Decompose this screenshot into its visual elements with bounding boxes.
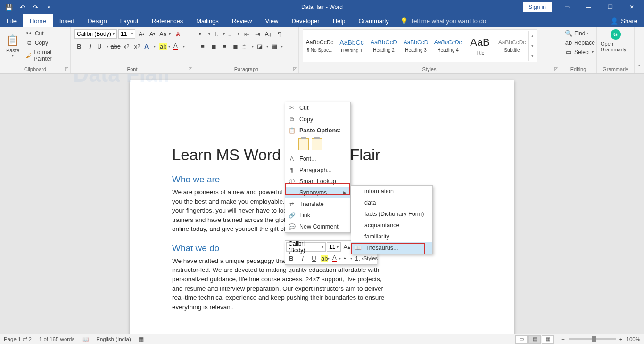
zoom-in-icon[interactable]: + [619, 336, 623, 342]
zoom-out-icon[interactable]: − [561, 336, 565, 342]
tab-mailings[interactable]: Mailings [190, 14, 225, 27]
status-words[interactable]: 1 of 165 words [39, 336, 74, 342]
gallery-scroll[interactable]: ▴▾▾ [528, 31, 536, 61]
thesaurus-item[interactable]: 📖Thesaurus... [351, 242, 432, 254]
increase-indent-icon[interactable]: ⇥ [253, 29, 262, 39]
tab-developer[interactable]: Developer [285, 14, 326, 27]
styles-gallery[interactable]: AaBbCcDc¶ No Spac...AaBbCcHeading 1AaBbC… [303, 29, 537, 62]
align-left-icon[interactable]: ≡ [198, 41, 207, 51]
tell-me-search[interactable]: 💡Tell me what you want to do [396, 14, 491, 27]
style-item[interactable]: AaBbCcDc¶ No Spac... [304, 31, 335, 61]
styles-dialog-launcher-icon[interactable]: ◸ [554, 66, 558, 71]
shrink-font-icon[interactable]: A▾ [148, 29, 157, 39]
paragraph-dialog-launcher-icon[interactable]: ◸ [293, 66, 297, 71]
font-name-combo[interactable]: Calibri (Body)▾ [74, 29, 117, 39]
cut-button[interactable]: ✂Cut [25, 29, 66, 37]
mini-numbering-icon[interactable]: 1. ▾ [354, 253, 364, 263]
highlight-icon[interactable]: ab▾ [158, 41, 171, 51]
tab-view[interactable]: View [258, 14, 285, 27]
zoom-slider[interactable] [569, 338, 616, 340]
synonym-item[interactable]: information [351, 186, 432, 197]
undo-icon[interactable]: ↶ [16, 1, 28, 13]
mini-highlight-icon[interactable]: ab▾ [320, 253, 330, 263]
align-center-icon[interactable]: ≣ [209, 41, 218, 51]
underline-icon[interactable]: U ▾ [96, 41, 109, 51]
italic-icon[interactable]: I [85, 41, 95, 51]
grow-font-icon[interactable]: A▴ [137, 29, 146, 39]
style-item[interactable]: AaBbCcHeading 1 [336, 31, 367, 61]
ctx-paragraph[interactable]: ¶Paragraph... [285, 164, 350, 176]
text-effects-icon[interactable]: A▾ [143, 41, 157, 51]
clipboard-dialog-launcher-icon[interactable]: ◸ [65, 66, 68, 71]
ribbon-options-icon[interactable]: ▭ [556, 0, 577, 14]
share-button[interactable]: 👤Share [604, 14, 644, 27]
font-size-combo[interactable]: 11▾ [118, 29, 135, 39]
style-item[interactable]: AaBTitle [464, 31, 495, 61]
save-icon[interactable]: 💾 [3, 1, 15, 13]
line-spacing-icon[interactable]: ‡ ▾ [241, 41, 255, 51]
ctx-copy[interactable]: ⧉Copy [285, 114, 350, 125]
paste-keep-source-icon[interactable] [298, 138, 309, 150]
redo-icon[interactable]: ↷ [29, 1, 41, 13]
font-color-icon[interactable]: A▾ [173, 41, 186, 51]
tab-help[interactable]: Help [326, 14, 352, 27]
synonym-item[interactable]: acquaintance [351, 220, 432, 231]
format-painter-button[interactable]: 🖌Format Painter [25, 49, 66, 63]
ctx-smart-lookup[interactable]: ⓘSmart Lookup [285, 176, 350, 187]
zoom-level[interactable]: 100% [627, 336, 640, 342]
mini-styles-button[interactable]: Styles [365, 253, 376, 263]
numbering-icon[interactable]: 1. ▾ [213, 29, 226, 39]
tab-layout[interactable]: Layout [114, 14, 145, 27]
style-item[interactable]: AaBbCcDHeading 2 [368, 31, 399, 61]
read-mode-icon[interactable]: ▭ [515, 335, 528, 344]
font-dialog-launcher-icon[interactable]: ◸ [189, 66, 192, 71]
sort-icon[interactable]: A↓ [264, 29, 273, 39]
tab-grammarly[interactable]: Grammarly [352, 14, 395, 27]
ctx-link[interactable]: 🔗Link [285, 210, 350, 221]
ctx-font[interactable]: AFont... [285, 153, 350, 164]
bullets-icon[interactable]: • ▾ [198, 29, 211, 39]
mini-bold-icon[interactable]: B [286, 253, 297, 263]
mini-bullets-icon[interactable]: • ▾ [343, 253, 353, 263]
decrease-indent-icon[interactable]: ⇤ [242, 29, 251, 39]
close-icon[interactable]: ✕ [621, 0, 642, 14]
select-button[interactable]: ▭Select▾ [564, 48, 596, 56]
style-item[interactable]: AaBbCcDcHeading 4 [432, 31, 463, 61]
sign-in-button[interactable]: Sign in [523, 2, 552, 12]
copy-button[interactable]: ⧉Copy [25, 39, 66, 47]
synonym-item[interactable]: familiarity [351, 231, 432, 242]
show-marks-icon[interactable]: ¶ [274, 29, 284, 39]
print-layout-icon[interactable]: ▤ [528, 335, 541, 344]
macro-icon[interactable]: ▦ [139, 336, 144, 343]
synonym-item[interactable]: data [351, 197, 432, 208]
ctx-new-comment[interactable]: 💬New Comment [285, 221, 350, 232]
collapse-ribbon-icon[interactable]: ˄ [635, 27, 644, 73]
justify-icon[interactable]: ≣ [231, 41, 240, 51]
status-language[interactable]: English (India) [96, 336, 131, 342]
find-button[interactable]: 🔍Find▾ [564, 29, 596, 37]
tab-home[interactable]: Home [23, 14, 53, 27]
multilevel-list-icon[interactable]: ≡ ▾ [227, 29, 240, 39]
ctx-synonyms[interactable]: Synonyms▶ [285, 187, 350, 198]
paste-merge-icon[interactable] [312, 138, 322, 150]
tab-design[interactable]: Design [81, 14, 113, 27]
subscript-icon[interactable]: x2 [122, 41, 131, 51]
align-right-icon[interactable]: ≡ [220, 41, 229, 51]
mini-font-size[interactable]: 11▾ [327, 242, 341, 252]
clear-formatting-icon[interactable]: A̷ [173, 29, 182, 39]
shading-icon[interactable]: ◪ ▾ [256, 41, 269, 51]
mini-font-name[interactable]: Calibri (Body)▾ [286, 242, 326, 252]
strikethrough-icon[interactable]: abc [111, 41, 120, 51]
bold-icon[interactable]: B [74, 41, 84, 51]
mini-font-color-icon[interactable]: A▾ [331, 253, 342, 263]
open-grammarly-button[interactable]: G Open Grammarly [601, 29, 630, 52]
synonym-item[interactable]: facts (Dictionary Form) [351, 208, 432, 220]
tab-file[interactable]: File [0, 14, 23, 27]
spellcheck-icon[interactable]: 📖 [82, 336, 89, 343]
tab-review[interactable]: Review [225, 14, 259, 27]
ctx-cut[interactable]: ✂Cut [285, 102, 350, 114]
restore-icon[interactable]: ❐ [600, 0, 620, 14]
replace-button[interactable]: abReplace [564, 39, 596, 47]
status-page[interactable]: Page 1 of 2 [4, 336, 32, 342]
mini-italic-icon[interactable]: I [297, 253, 308, 263]
